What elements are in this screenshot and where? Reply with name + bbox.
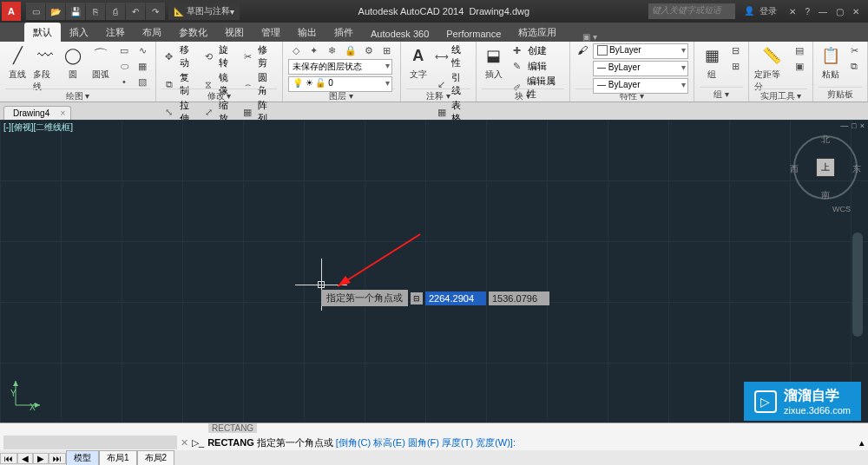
cmd-recent-icon[interactable]: ▴ <box>859 437 865 449</box>
tab-view[interactable]: 视图 <box>216 23 253 42</box>
tab-manage[interactable]: 管理 <box>253 23 289 42</box>
command-input[interactable]: RECTANG 指定第一个角点或 [倒角(C) 标高(E) 圆角(F) 厚度(T… <box>207 436 856 449</box>
tab-annotate[interactable]: 注释 <box>97 23 134 42</box>
panel-modify-label[interactable]: 修改 ▾ <box>161 88 277 103</box>
signin-button[interactable]: 👤 登录 <box>740 5 785 17</box>
panel-group-label[interactable]: 组 ▾ <box>700 87 743 102</box>
tab-performance[interactable]: Performance <box>437 25 510 42</box>
layout-tab-1[interactable]: 布局1 <box>99 450 137 465</box>
dynamic-input: 指定第一个角点或 ⊟ 2264.2904 1536.0796 <box>321 290 549 306</box>
spline-icon[interactable]: ∿ <box>135 43 150 57</box>
copy-clip-icon[interactable]: ⧉ <box>846 59 862 73</box>
first-layout-icon[interactable]: ⏮ <box>0 453 17 464</box>
help-search[interactable]: 键入关键字或短语 <box>648 3 735 19</box>
redo-icon[interactable]: ↷ <box>146 3 165 20</box>
panel-draw: ╱直线 〰多段线 ◯圆 ⌒圆弧 ▭∿ ⬭▦ •▧ 绘图 ▾ <box>0 42 156 102</box>
layerstate-combo[interactable]: 未保存的图层状态 <box>288 59 392 75</box>
vp-min-icon[interactable]: — <box>840 121 848 130</box>
tab-layout[interactable]: 布局 <box>134 23 170 42</box>
group-button[interactable]: ▦组 <box>700 43 724 81</box>
text-button[interactable]: A文字 <box>406 43 431 81</box>
rect-icon[interactable]: ▭ <box>116 43 132 57</box>
layout-tabs: ⏮ ◀ ▶ ⏭ 模型 布局1 布局2 <box>0 450 868 465</box>
next-layout-icon[interactable]: ▶ <box>33 453 49 464</box>
groupedit-icon[interactable]: ⊞ <box>727 59 743 73</box>
panel-anno-label[interactable]: 注释 ▾ <box>406 88 470 103</box>
save-icon[interactable]: 💾 <box>66 3 85 20</box>
viewcube[interactable]: 上 北 南 西 东 <box>793 135 858 200</box>
circle-button[interactable]: ◯圆 <box>61 43 85 81</box>
saveas-icon[interactable]: ⎘ <box>86 3 105 20</box>
panel-draw-label[interactable]: 绘图 ▾ <box>5 88 150 103</box>
help-icon[interactable]: ? <box>801 7 813 16</box>
viewcube-top[interactable]: 上 <box>816 158 835 177</box>
open-icon[interactable]: 📂 <box>46 3 65 20</box>
panel-clip-label[interactable]: 剪贴板 <box>819 87 862 102</box>
move-icon[interactable]: ✥ <box>161 49 177 63</box>
arc-button[interactable]: ⌒圆弧 <box>89 43 113 81</box>
tab-default[interactable]: 默认 <box>24 23 61 42</box>
panel-util-label[interactable]: 实用工具 ▾ <box>754 88 807 103</box>
wcs-label[interactable]: WCS <box>832 205 851 213</box>
cmd-close-icon[interactable]: ✕ <box>181 437 188 449</box>
tab-output[interactable]: 输出 <box>289 23 326 42</box>
navigation-bar[interactable] <box>852 232 863 337</box>
layout-tab-model[interactable]: 模型 <box>66 450 99 465</box>
viewport-label[interactable]: [-][俯视][二维线框] <box>3 121 73 134</box>
rotate-icon[interactable]: ⟲ <box>201 49 216 63</box>
tab-insert[interactable]: 插入 <box>61 23 97 42</box>
tab-a360[interactable]: Autodesk 360 <box>362 25 437 42</box>
exchange-icon[interactable]: ✕ <box>786 7 799 16</box>
dyn-options-icon[interactable]: ⊟ <box>411 292 423 305</box>
maximize-icon[interactable]: ▢ <box>832 7 847 16</box>
lineweight-combo[interactable]: — ByLayer <box>593 61 688 76</box>
cmd-drag-handle[interactable] <box>3 436 177 449</box>
last-layout-icon[interactable]: ⏭ <box>49 453 66 464</box>
hatch-icon[interactable]: ▦ <box>135 59 150 73</box>
new-icon[interactable]: ▭ <box>26 3 45 20</box>
point-icon[interactable]: • <box>116 75 132 88</box>
app-icon[interactable]: A <box>2 2 21 21</box>
watermark-logo-icon: ▷ <box>754 390 777 413</box>
region-icon[interactable]: ▧ <box>135 75 150 88</box>
scale-icon[interactable]: ⤢ <box>201 105 216 119</box>
layout-tab-2[interactable]: 布局2 <box>137 450 175 465</box>
layer-combo[interactable]: 💡 ☀ 🔓 0 <box>288 76 392 92</box>
close-tab-icon[interactable]: × <box>60 108 65 118</box>
close-icon[interactable]: ✕ <box>849 7 863 16</box>
color-combo[interactable]: ByLayer <box>593 43 688 59</box>
print-icon[interactable]: ⎙ <box>106 3 125 20</box>
drawing-area[interactable]: [-][俯视][二维线框] — □ × 指定第一个角点或 ⊟ 2264.2904… <box>0 120 868 422</box>
layerstate-icon[interactable]: ◇ <box>288 43 304 57</box>
ribbon: ╱直线 〰多段线 ◯圆 ⌒圆弧 ▭∿ ⬭▦ •▧ 绘图 ▾ ✥移动⟲旋转✂修剪 … <box>0 42 868 102</box>
line-button[interactable]: ╱直线 <box>5 43 30 81</box>
select-icon[interactable]: ▣ <box>792 59 807 73</box>
tab-parametric[interactable]: 参数化 <box>170 23 216 42</box>
stretch-icon[interactable]: ⤡ <box>161 105 177 119</box>
panel-properties: 🖌 ByLayer — ByLayer — ByLayer 特性 ▾ <box>570 42 694 102</box>
tab-plugins[interactable]: 插件 <box>326 23 362 42</box>
dyn-y-field[interactable]: 1536.0796 <box>489 291 549 305</box>
matchprop-icon[interactable]: 🖌 <box>575 43 589 57</box>
file-tab[interactable]: Drawing4× <box>3 106 71 120</box>
insert-button[interactable]: ⬓插入 <box>482 43 506 81</box>
vp-max-icon[interactable]: □ <box>852 121 856 130</box>
undo-icon[interactable]: ↶ <box>126 3 145 20</box>
paste-button[interactable]: 📋粘贴 <box>819 43 843 81</box>
polyline-button[interactable]: 〰多段线 <box>33 43 57 93</box>
minimize-icon[interactable]: — <box>815 7 831 16</box>
cut-icon[interactable]: ✂ <box>846 43 862 57</box>
watermark: ▷ 溜溜自学 zixue.3d66.com <box>744 382 861 421</box>
prev-layout-icon[interactable]: ◀ <box>17 453 33 464</box>
ungroup-icon[interactable]: ⊟ <box>727 43 743 57</box>
measure-button[interactable]: 📏定距等分 <box>754 43 788 93</box>
workspace-switcher[interactable]: 📐草图与注释 ▾ <box>168 3 240 20</box>
linetype-combo[interactable]: — ByLayer <box>593 78 688 94</box>
ribbon-expand-icon[interactable]: ▣ ▾ <box>582 32 597 42</box>
dyn-x-field[interactable]: 2264.2904 <box>425 291 486 305</box>
vp-close-icon[interactable]: × <box>860 121 865 130</box>
ellipse-icon[interactable]: ⬭ <box>116 59 132 73</box>
tab-featured[interactable]: 精选应用 <box>510 23 565 42</box>
calc-icon[interactable]: ▤ <box>792 43 807 57</box>
panel-block-label[interactable]: 块 ▾ <box>482 88 564 103</box>
